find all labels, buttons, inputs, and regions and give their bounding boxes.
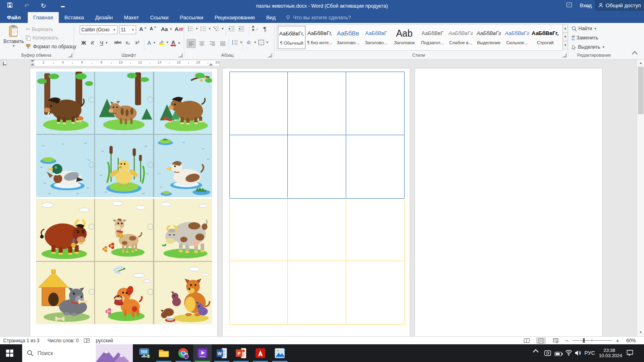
start-button[interactable] bbox=[0, 344, 19, 362]
styles-dialog-launcher[interactable] bbox=[562, 53, 567, 58]
ribbon-display-options-icon[interactable] bbox=[562, 0, 576, 12]
document-area[interactable] bbox=[0, 67, 637, 336]
style-Заголовок[interactable]: AabЗаголовок bbox=[390, 26, 418, 49]
collapse-ribbon-button[interactable] bbox=[633, 52, 637, 56]
table-cell[interactable] bbox=[288, 135, 346, 198]
right-indent-marker[interactable] bbox=[209, 63, 213, 66]
tab-Вид[interactable]: Вид bbox=[260, 12, 281, 23]
taskbar-icon-computer[interactable] bbox=[135, 344, 154, 362]
styles-more-button[interactable]: ▼ bbox=[563, 41, 568, 49]
table-cell[interactable] bbox=[346, 261, 404, 324]
sign-in-button[interactable]: Вход bbox=[580, 0, 592, 11]
taskbar-icon-word[interactable]: W bbox=[213, 344, 231, 362]
action-center-icon[interactable] bbox=[626, 350, 634, 358]
font-dialog-launcher[interactable] bbox=[178, 53, 183, 58]
first-line-indent-marker[interactable] bbox=[31, 60, 35, 62]
font-family-combo[interactable]: Calibri (Осно▼ bbox=[80, 25, 118, 34]
numbering-button[interactable]: 123▼ bbox=[200, 26, 211, 31]
find-button[interactable]: Найти▼ bbox=[572, 26, 597, 31]
highlight-button[interactable]: ▼ bbox=[159, 40, 169, 45]
zoom-percentage[interactable]: 60% bbox=[626, 337, 636, 345]
line-spacing-button[interactable]: ▼ bbox=[232, 40, 243, 45]
table-cell[interactable] bbox=[230, 198, 288, 261]
empty-table-2[interactable] bbox=[229, 198, 405, 325]
proofing-icon[interactable] bbox=[84, 338, 90, 345]
select-button[interactable]: Выделить▼ bbox=[572, 44, 605, 50]
table-cell[interactable] bbox=[288, 261, 346, 324]
format-painter-button[interactable]: Формат по образцу bbox=[26, 44, 76, 49]
empty-table-1[interactable] bbox=[229, 72, 405, 199]
increase-indent-button[interactable] bbox=[238, 26, 244, 31]
print-layout-icon[interactable] bbox=[536, 337, 546, 344]
tab-Ссылки[interactable]: Ссылки bbox=[144, 12, 174, 23]
tab-Рецензирование[interactable]: Рецензирование bbox=[209, 12, 260, 23]
decrease-indent-button[interactable] bbox=[229, 26, 235, 31]
table-cell[interactable] bbox=[346, 198, 404, 261]
paragraph-dialog-launcher[interactable] bbox=[267, 53, 272, 58]
multilevel-list-button[interactable]: ▼ bbox=[213, 26, 224, 31]
font-size-combo[interactable]: 11▼ bbox=[119, 25, 136, 34]
style-Слабоев[interactable]: АаБбВвГгСлабое в... bbox=[447, 26, 475, 49]
underline-button[interactable]: Ч▼ bbox=[100, 40, 108, 46]
replace-button[interactable]: abac Заменить bbox=[572, 35, 598, 41]
borders-button[interactable]: ▼ bbox=[258, 40, 269, 45]
zoom-slider-track[interactable] bbox=[572, 340, 613, 341]
bold-button[interactable]: Ж bbox=[81, 40, 86, 46]
align-right-button[interactable] bbox=[208, 39, 217, 48]
tab-Файл[interactable]: Файл bbox=[0, 12, 28, 23]
zoom-out-button[interactable]: − bbox=[565, 337, 569, 345]
style-Выделение[interactable]: АаБбВвГгВыделение bbox=[475, 26, 503, 49]
style-Безинте[interactable]: АаБбВвГг,¶ Без инте... bbox=[306, 26, 334, 49]
battery-icon[interactable] bbox=[555, 351, 563, 358]
align-center-button[interactable] bbox=[197, 39, 206, 48]
taskbar-icon-powerpoint[interactable]: P bbox=[232, 344, 250, 362]
scrollbar-thumb[interactable] bbox=[638, 67, 644, 114]
strikethrough-button[interactable]: abc bbox=[114, 40, 122, 45]
text-effects-button[interactable]: А▼ bbox=[147, 40, 156, 46]
shrink-font-button[interactable]: А▼ bbox=[150, 26, 157, 31]
scroll-down-arrow[interactable]: ▼ bbox=[638, 330, 644, 335]
style-Подзагол[interactable]: АаБбВвГПодзагол... bbox=[419, 26, 446, 49]
bullets-button[interactable]: ▼ bbox=[188, 26, 198, 31]
table-cell[interactable] bbox=[230, 261, 288, 324]
volume-icon[interactable] bbox=[575, 350, 582, 358]
table-cell[interactable] bbox=[288, 198, 346, 261]
clock[interactable]: 23:38 10.03.2024 bbox=[599, 348, 620, 358]
page-indicator[interactable]: Страница 1 из 3 bbox=[3, 337, 39, 345]
copy-button[interactable]: Копировать bbox=[26, 35, 59, 41]
shading-button[interactable]: ▼ bbox=[246, 40, 257, 45]
page-1[interactable] bbox=[30, 68, 217, 336]
tab-Вставка[interactable]: Вставка bbox=[59, 12, 89, 23]
table-cell[interactable] bbox=[288, 72, 346, 135]
taskbar-icon-media-player[interactable] bbox=[193, 344, 212, 362]
zoom-slider-thumb[interactable] bbox=[583, 338, 585, 343]
page-3[interactable] bbox=[415, 68, 602, 336]
puzzle-image-wild-animals[interactable] bbox=[36, 72, 212, 197]
grow-font-button[interactable]: А▲ bbox=[139, 26, 147, 32]
taskbar-search[interactable]: Поиск bbox=[22, 344, 133, 362]
subscript-button[interactable]: x₂ bbox=[126, 40, 130, 45]
taskbar-icon-photos[interactable] bbox=[270, 344, 289, 362]
justify-button[interactable] bbox=[218, 39, 227, 48]
font-color-button[interactable]: А▼ bbox=[171, 40, 181, 46]
italic-button[interactable]: К bbox=[91, 40, 94, 46]
vertical-scrollbar[interactable]: ▲ ▼ bbox=[637, 60, 644, 336]
share-button[interactable]: Общий доступ bbox=[595, 0, 644, 11]
wifi-icon[interactable] bbox=[565, 350, 572, 358]
language-indicator[interactable]: русский bbox=[96, 337, 113, 345]
styles-scroll-up[interactable]: ▲ bbox=[563, 24, 568, 33]
tablet-mode-icon[interactable] bbox=[544, 350, 551, 358]
style-Строгий[interactable]: АаБбВвГг,Строгий bbox=[531, 26, 559, 49]
taskbar-icon-explorer[interactable] bbox=[155, 344, 173, 362]
show-marks-button[interactable]: ¶ bbox=[263, 25, 266, 32]
table-cell[interactable] bbox=[230, 135, 288, 198]
taskbar-icon-acrobat[interactable] bbox=[251, 344, 270, 362]
language-badge[interactable]: РУС bbox=[584, 350, 595, 356]
style-Заголово[interactable]: АаБбВвГЗаголово... bbox=[362, 26, 390, 49]
tab-Главная[interactable]: Главная bbox=[28, 12, 59, 23]
puzzle-image-farm-animals[interactable] bbox=[36, 199, 212, 324]
tray-expand-chevron[interactable] bbox=[534, 350, 538, 354]
table-cell[interactable] bbox=[230, 72, 288, 135]
hanging-indent-marker[interactable] bbox=[31, 63, 35, 66]
zoom-in-button[interactable]: + bbox=[616, 337, 619, 345]
